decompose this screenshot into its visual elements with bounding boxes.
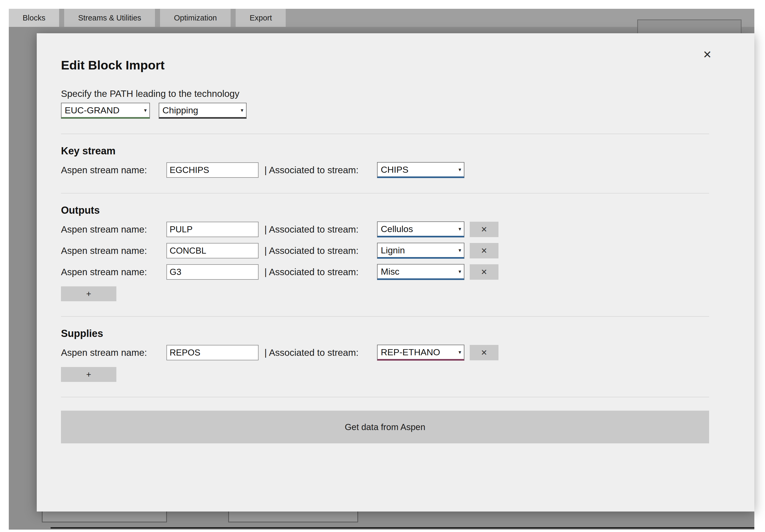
aspen-stream-name-label: Aspen stream name: — [61, 165, 166, 175]
associated-stream-select[interactable]: Lignin ▾ — [377, 243, 464, 259]
tab-optimization[interactable]: Optimization — [160, 9, 231, 27]
select-value: CHIPS — [381, 164, 408, 175]
edit-block-import-dialog: ✕ Edit Block Import Specify the PATH lea… — [37, 33, 754, 511]
remove-icon: ✕ — [481, 348, 487, 357]
select-value: Chipping — [162, 105, 198, 116]
output-row: Aspen stream name: | Associated to strea… — [61, 221, 709, 237]
associated-stream-label: | Associated to stream: — [265, 165, 377, 175]
tab-streams-utilities[interactable]: Streams & Utilities — [64, 9, 155, 27]
remove-row-button[interactable]: ✕ — [470, 243, 498, 258]
aspen-stream-name-input[interactable] — [166, 243, 259, 258]
get-data-button[interactable]: Get data from Aspen — [61, 410, 709, 443]
select-value: REP-ETHANO — [381, 347, 440, 358]
aspen-stream-name-label: Aspen stream name: — [61, 245, 166, 256]
associated-stream-label: | Associated to stream: — [265, 224, 377, 235]
key-stream-row: Aspen stream name: | Associated to strea… — [61, 162, 709, 178]
path-selects-row: EUC-GRAND ▾ Chipping ▾ — [61, 103, 709, 119]
output-row: Aspen stream name: | Associated to strea… — [61, 264, 709, 280]
divider — [61, 133, 709, 134]
add-supply-button[interactable]: + — [61, 367, 116, 382]
supply-row: Aspen stream name: | Associated to strea… — [61, 345, 709, 361]
select-value: Misc — [381, 266, 399, 277]
close-icon[interactable]: ✕ — [703, 49, 712, 60]
tab-blocks[interactable]: Blocks — [9, 9, 59, 27]
associated-stream-label: | Associated to stream: — [265, 245, 377, 256]
technology-path-select-1[interactable]: EUC-GRAND ▾ — [61, 103, 150, 119]
chevron-down-icon: ▾ — [458, 349, 461, 355]
divider — [61, 397, 709, 398]
remove-row-button[interactable]: ✕ — [470, 222, 498, 237]
chevron-down-icon: ▾ — [458, 268, 461, 275]
associated-stream-label: | Associated to stream: — [265, 347, 377, 358]
tab-export[interactable]: Export — [236, 9, 286, 27]
associated-stream-select[interactable]: REP-ETHANO ▾ — [377, 345, 464, 361]
select-value: Lignin — [381, 245, 405, 255]
section-heading-key-stream: Key stream — [61, 145, 709, 157]
section-heading-supplies: Supplies — [61, 328, 709, 339]
aspen-stream-name-label: Aspen stream name: — [61, 267, 166, 277]
associated-stream-label: | Associated to stream: — [265, 267, 377, 277]
aspen-stream-name-input[interactable] — [166, 345, 259, 360]
divider — [61, 316, 709, 317]
aspen-stream-name-label: Aspen stream name: — [61, 224, 166, 235]
chevron-down-icon: ▾ — [458, 166, 461, 173]
remove-icon: ✕ — [481, 246, 487, 255]
associated-stream-select[interactable]: CHIPS ▾ — [377, 162, 464, 178]
remove-icon: ✕ — [481, 267, 487, 277]
associated-stream-select[interactable]: Misc ▾ — [377, 264, 464, 280]
aspen-stream-name-input[interactable] — [166, 222, 259, 237]
chevron-down-icon: ▾ — [241, 107, 243, 114]
chevron-down-icon: ▾ — [458, 226, 461, 232]
select-value: EUC-GRAND — [65, 105, 120, 116]
remove-icon: ✕ — [481, 225, 487, 234]
output-row: Aspen stream name: | Associated to strea… — [61, 243, 709, 259]
aspen-stream-name-input[interactable] — [166, 264, 259, 280]
technology-path-select-2[interactable]: Chipping ▾ — [159, 103, 247, 119]
divider — [51, 527, 754, 529]
remove-row-button[interactable]: ✕ — [470, 264, 498, 280]
remove-row-button[interactable]: ✕ — [470, 345, 498, 360]
aspen-stream-name-input[interactable] — [166, 162, 259, 178]
divider — [61, 193, 709, 193]
add-output-button[interactable]: + — [61, 286, 116, 301]
chevron-down-icon: ▾ — [458, 247, 461, 253]
aspen-stream-name-label: Aspen stream name: — [61, 347, 166, 358]
associated-stream-select[interactable]: Cellulos ▾ — [377, 221, 464, 237]
chevron-down-icon: ▾ — [144, 107, 147, 114]
page-title: Edit Block Import — [61, 33, 709, 72]
path-section-label: Specify the PATH leading to the technolo… — [61, 88, 709, 99]
select-value: Cellulos — [381, 224, 413, 234]
section-heading-outputs: Outputs — [61, 205, 709, 216]
